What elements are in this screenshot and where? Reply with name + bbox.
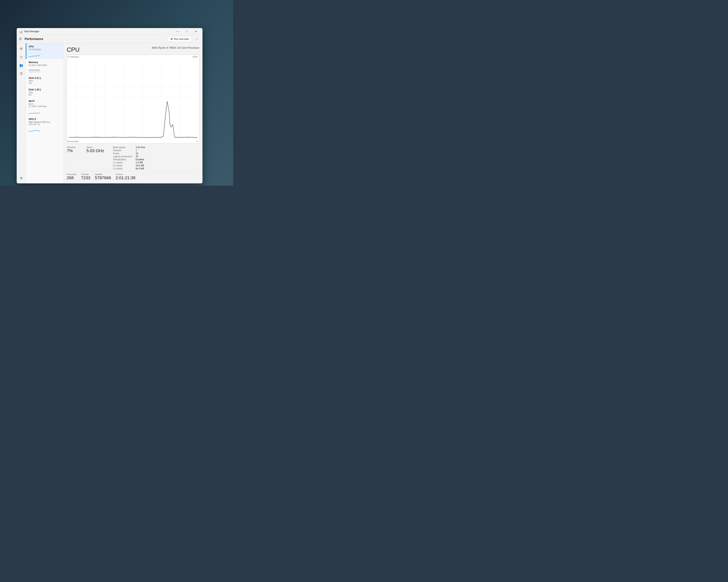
graph-60s-label: 60 seconds [68,140,78,142]
uptime-stat: Up time 2:01:21:39 [115,173,135,181]
disk1-item-sub1: SSD [29,91,61,93]
memory-item-sub: 15.3/31.2 GB (49%) [29,64,61,66]
virtualization-value: Enabled [135,158,145,161]
main-content: ⊞ ◷ 👥 ☰ ⚙ CPU 7% 5.03 GHz Memory 15.3/31 [17,43,203,184]
l3-label: L3 cache: [113,167,132,170]
sidebar-item-gpu0[interactable]: GPU 0 AMD Radeon(TM) Gra... 10% (43 °C) [26,116,63,134]
cpu-graph-svg [67,55,199,143]
sidebar-list: CPU 7% 5.03 GHz Memory 15.3/31.2 GB (49%… [26,43,64,184]
panel-cpu-model: AMD Ryzen 9 7950X 16-Core Processor [152,46,200,49]
l1-value: 1.0 MB [135,161,145,164]
base-speed-value: 4.50 GHz [135,146,145,149]
sidebar-item-memory[interactable]: Memory 15.3/31.2 GB (49%) [26,59,63,75]
disk0-item-sub2: 1% [29,82,61,84]
right-panel: CPU AMD Ryzen 9 7950X 16-Core Processor … [64,43,203,184]
uptime-value: 2:01:21:39 [115,175,135,181]
hamburger-icon[interactable]: ☰ [19,37,22,41]
speed-stat: Speed 5.03 GHz [86,146,105,170]
utilization-value: 7% [67,148,82,153]
disk0-item-sub1: SSD [29,80,61,82]
cpu-graph-container: % Utilization 100% 60 seconds 0 [67,55,200,143]
graph-utilization-label: % Utilization [68,56,79,58]
wifi-item-sub1: Wi-Fi [29,103,61,105]
wifi-item-title: Wi-Fi [29,100,61,103]
logical-value: 32 [135,155,145,158]
uptime-label: Up time [115,173,135,175]
handles-stat: Handles 5787666 [95,173,111,181]
minimize-button[interactable]: — [173,28,182,34]
utilization-stat: Utilization 7% [67,146,82,170]
sidebar-icon-list[interactable]: ☰ [18,70,25,77]
cpu-item-title: CPU [29,45,61,48]
panel-cpu-title: CPU [67,46,80,53]
svg-rect-0 [29,70,40,73]
sidebar-icon-grid[interactable]: ⊞ [18,45,25,52]
menu-bar: ☰ Performance ⊞ Run new task ··· [17,35,203,43]
threads-value: 7233 [81,175,90,181]
disk1-item-sub2: 0% [29,93,61,96]
logical-label: Logical processors: [113,155,132,158]
sidebar-icon-strip: ⊞ ◷ 👥 ☰ ⚙ [17,43,26,184]
handles-label: Handles [95,173,111,175]
cores-label: Cores: [113,152,132,155]
memory-mini-graph [29,67,40,73]
speed-value: 5.03 GHz [86,148,105,153]
desktop: 📊 Task Manager — □ ✕ ☰ Performance ⊞ Run… [0,0,233,186]
memory-item-title: Memory [29,61,61,64]
sockets-label: Sockets: [113,149,132,152]
run-task-icon: ⊞ [171,37,173,40]
disk0-item-title: Disk 0 (C:) [29,77,61,79]
wifi-mini-graph [29,108,40,114]
stats-row: Utilization 7% Speed 5.03 GHz Base speed… [67,145,200,171]
graph-0-label: 0 [197,140,198,142]
section-title: Performance [25,37,43,41]
bottom-stats-row: Processes 268 Threads 7233 Handles 57876… [67,171,200,181]
task-manager-window: 📊 Task Manager — □ ✕ ☰ Performance ⊞ Run… [17,28,203,184]
sockets-value: 1 [135,149,145,152]
l3-value: 64.0 MB [135,167,145,170]
speed-label: Speed [86,146,105,148]
utilization-label: Utilization [67,146,82,148]
l1-label: L1 cache: [113,161,132,164]
sidebar-icon-clock[interactable]: ◷ [18,53,25,60]
cores-value: 16 [135,152,145,155]
gpu0-item-sub2: 10% (43 °C) [29,123,61,126]
base-speed-label: Base speed: [113,146,132,149]
menu-left: ☰ Performance [19,37,43,41]
disk1-item-title: Disk 1 (D:) [29,88,61,91]
processes-label: Processes [67,173,76,175]
more-options-button[interactable]: ··· [194,36,200,42]
threads-label: Threads [81,173,90,175]
close-button[interactable]: ✕ [191,28,200,34]
graph-100-label: 100% [192,56,198,58]
virtualization-label: Virtualization: [113,158,132,161]
handles-value: 5787666 [95,175,111,181]
sidebar-item-disk0[interactable]: Disk 0 (C:) SSD 1% [26,75,63,86]
panel-header: CPU AMD Ryzen 9 7950X 16-Core Processor [67,46,200,53]
run-new-task-label: Run new task [174,37,189,40]
gpu0-item-title: GPU 0 [29,118,61,120]
sidebar-item-disk1[interactable]: Disk 1 (D:) SSD 0% [26,86,63,98]
maximize-button[interactable]: □ [182,28,191,34]
sidebar-icon-users[interactable]: 👥 [18,62,25,68]
gpu-mini-graph [29,126,40,132]
wifi-item-sub2: S: 128 R: 104 Kbps [29,105,61,107]
l2-label: L2 cache: [113,164,132,167]
sidebar-item-cpu[interactable]: CPU 7% 5.03 GHz [26,43,63,59]
sidebar-item-wifi[interactable]: Wi-Fi Wi-Fi S: 128 R: 104 Kbps [26,98,63,116]
gpu0-item-sub1: AMD Radeon(TM) Gra... [29,121,61,123]
run-new-task-button[interactable]: ⊞ Run new task [168,36,192,42]
menu-right: ⊞ Run new task ··· [168,36,200,42]
threads-stat: Threads 7233 [81,173,90,181]
l2-value: 16.0 MB [135,164,145,167]
cpu-mini-graph [29,51,40,57]
sidebar-icon-settings[interactable]: ⚙ [18,175,25,182]
cpu-item-sub: 7% 5.03 GHz [29,48,61,51]
title-bar: 📊 Task Manager — □ ✕ [17,28,203,35]
title-bar-controls: — □ ✕ [173,28,200,34]
specs-grid: Base speed: 4.50 GHz Sockets: 1 Cores: 1… [113,146,145,170]
window-title: Task Manager [24,30,173,33]
taskmanager-icon: 📊 [19,30,22,33]
processes-value: 268 [67,175,76,181]
processes-stat: Processes 268 [67,173,76,181]
